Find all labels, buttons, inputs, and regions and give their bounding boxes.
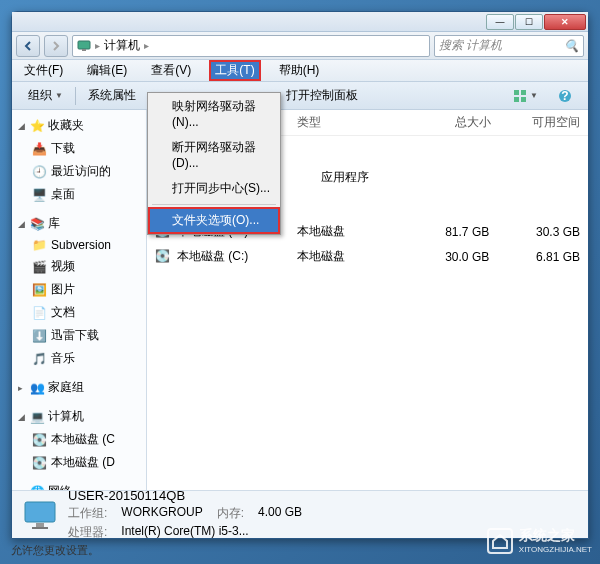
col-type[interactable]: 类型 — [297, 114, 403, 131]
search-input[interactable]: 搜索 计算机 🔍 — [434, 35, 584, 57]
breadcrumb[interactable]: ▸ 计算机 ▸ — [72, 35, 430, 57]
computer-icon: 💻 — [30, 410, 44, 424]
sidebar-item-music[interactable]: 🎵音乐 — [12, 347, 146, 370]
homegroup-icon: 👥 — [30, 381, 44, 395]
sidebar-item-drive-d[interactable]: 💽本地磁盘 (D — [12, 451, 146, 474]
desktop-icon: 🖥️ — [32, 188, 46, 202]
drive-icon: 💽 — [155, 249, 171, 265]
menu-view[interactable]: 查看(V) — [145, 60, 197, 81]
breadcrumb-sep: ▸ — [95, 40, 100, 51]
col-free[interactable]: 可用空间 — [491, 114, 580, 131]
menu-map-drive[interactable]: 映射网络驱动器(N)... — [148, 93, 280, 134]
music-icon: 🎵 — [32, 352, 46, 366]
memory-label: 内存: — [217, 505, 244, 522]
sidebar-libraries[interactable]: ◢📚库 — [12, 212, 146, 235]
download-icon: ⬇️ — [32, 329, 46, 343]
explorer-window: — ☐ ✕ ▸ 计算机 ▸ 搜索 计算机 🔍 文件(F) 编辑(E) 查看(V)… — [11, 11, 589, 539]
workgroup-value: WORKGROUP — [121, 505, 202, 522]
search-placeholder: 搜索 计算机 — [439, 37, 502, 54]
svg-rect-2 — [514, 90, 519, 95]
menu-bar: 文件(F) 编辑(E) 查看(V) 工具(T) 帮助(H) — [12, 60, 588, 82]
svg-rect-0 — [78, 41, 90, 49]
nav-bar: ▸ 计算机 ▸ 搜索 计算机 🔍 — [12, 32, 588, 60]
search-icon: 🔍 — [564, 39, 579, 53]
svg-rect-3 — [521, 90, 526, 95]
chevron-down-icon: ▼ — [55, 91, 63, 100]
sidebar-item-videos[interactable]: 🎬视频 — [12, 255, 146, 278]
computer-icon — [22, 497, 58, 533]
view-toggle-button[interactable]: ▼ — [505, 86, 546, 106]
back-button[interactable] — [16, 35, 40, 57]
sidebar-item-subversion[interactable]: 📁Subversion — [12, 235, 146, 255]
title-bar: — ☐ ✕ — [12, 12, 588, 32]
sidebar-item-xunlei[interactable]: ⬇️迅雷下载 — [12, 324, 146, 347]
house-icon — [487, 528, 513, 554]
navigation-pane: ◢⭐收藏夹 📥下载 🕘最近访问的 🖥️桌面 ◢📚库 📁Subversion 🎬视… — [12, 110, 147, 490]
library-icon: 📚 — [30, 217, 44, 231]
system-properties-button[interactable]: 系统属性 — [80, 84, 144, 107]
menu-sync-center[interactable]: 打开同步中心(S)... — [148, 175, 280, 202]
computer-name: USER-20150114QB — [68, 488, 302, 503]
sidebar-homegroup[interactable]: ▸👥家庭组 — [12, 376, 146, 399]
picture-icon: 🖼️ — [32, 283, 46, 297]
star-icon: ⭐ — [30, 119, 44, 133]
separator — [75, 87, 76, 105]
cpu-value: Intel(R) Core(TM) i5-3... — [121, 524, 302, 541]
menu-disconnect-drive[interactable]: 断开网络驱动器(D)... — [148, 134, 280, 175]
sidebar-item-documents[interactable]: 📄文档 — [12, 301, 146, 324]
sidebar-item-pictures[interactable]: 🖼️图片 — [12, 278, 146, 301]
help-icon-button[interactable]: ? — [550, 86, 580, 106]
menu-file[interactable]: 文件(F) — [18, 60, 69, 81]
menu-separator — [152, 204, 276, 205]
download-icon: 📥 — [32, 142, 46, 156]
content-area: ◢⭐收藏夹 📥下载 🕘最近访问的 🖥️桌面 ◢📚库 📁Subversion 🎬视… — [12, 110, 588, 490]
organize-button[interactable]: 组织▼ — [20, 84, 71, 107]
sidebar-favorites[interactable]: ◢⭐收藏夹 — [12, 114, 146, 137]
watermark-url: XITONGZHIJIA.NET — [519, 545, 592, 554]
col-total[interactable]: 总大小 — [403, 114, 492, 131]
workgroup-label: 工作组: — [68, 505, 107, 522]
sidebar-item-recent[interactable]: 🕘最近访问的 — [12, 160, 146, 183]
svg-rect-1 — [82, 49, 86, 51]
status-bar: 允许您更改设置。 — [11, 543, 99, 558]
breadcrumb-label[interactable]: 计算机 — [104, 37, 140, 54]
folder-icon: 📁 — [32, 238, 46, 252]
sidebar-computer[interactable]: ◢💻计算机 — [12, 405, 146, 428]
computer-icon — [77, 39, 91, 53]
menu-folder-options[interactable]: 文件夹选项(O)... — [148, 207, 280, 234]
sidebar-item-desktop[interactable]: 🖥️桌面 — [12, 183, 146, 206]
svg-rect-5 — [521, 97, 526, 102]
memory-value: 4.00 GB — [258, 505, 302, 522]
svg-rect-10 — [32, 527, 48, 529]
video-icon: 🎬 — [32, 260, 46, 274]
menu-help[interactable]: 帮助(H) — [273, 60, 326, 81]
tools-dropdown: 映射网络驱动器(N)... 断开网络驱动器(D)... 打开同步中心(S)...… — [147, 92, 281, 235]
watermark: 系统之家 XITONGZHIJIA.NET — [487, 527, 592, 554]
close-button[interactable]: ✕ — [544, 14, 586, 30]
minimize-button[interactable]: — — [486, 14, 514, 30]
control-panel-button[interactable]: 打开控制面板 — [278, 84, 366, 107]
cpu-label: 处理器: — [68, 524, 107, 541]
forward-button[interactable] — [44, 35, 68, 57]
drive-icon: 💽 — [32, 456, 46, 470]
breadcrumb-sep: ▸ — [144, 40, 149, 51]
document-icon: 📄 — [32, 306, 46, 320]
svg-rect-8 — [25, 502, 55, 522]
svg-rect-4 — [514, 97, 519, 102]
drive-icon: 💽 — [32, 433, 46, 447]
svg-text:?: ? — [561, 89, 568, 103]
svg-rect-9 — [36, 523, 44, 527]
sidebar-item-drive-c[interactable]: 💽本地磁盘 (C — [12, 428, 146, 451]
toolbar: 组织▼ 系统属性 打开控制面板 ▼ ? — [12, 82, 588, 110]
menu-edit[interactable]: 编辑(E) — [81, 60, 133, 81]
maximize-button[interactable]: ☐ — [515, 14, 543, 30]
drive-row[interactable]: 💽本地磁盘 (C:) 本地磁盘 30.0 GB 6.81 GB — [147, 244, 588, 269]
watermark-text: 系统之家 — [519, 527, 592, 545]
menu-tools[interactable]: 工具(T) — [209, 60, 260, 81]
recent-icon: 🕘 — [32, 165, 46, 179]
sidebar-item-downloads[interactable]: 📥下载 — [12, 137, 146, 160]
